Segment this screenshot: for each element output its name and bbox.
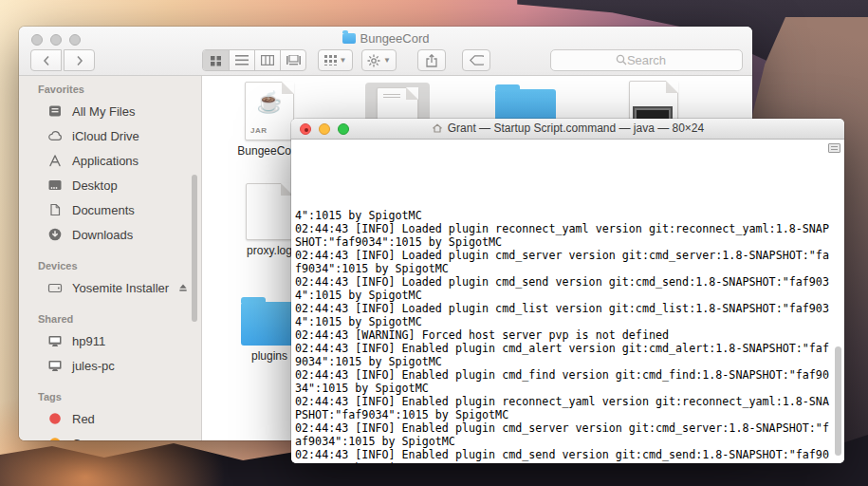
icloud-icon	[47, 128, 64, 143]
sidebar-item-label: Orange	[72, 437, 113, 441]
sidebar-scrollbar[interactable]	[192, 175, 197, 322]
terminal-line: 4":1015 by SpigotMC	[295, 289, 844, 302]
tags-button[interactable]	[462, 49, 490, 71]
sidebar-item-label: Applications	[72, 154, 139, 168]
sidebar-item[interactable]: Documents	[19, 197, 201, 222]
split-pane-icon[interactable]	[828, 143, 840, 153]
list-view-icon	[235, 55, 249, 65]
file-label: proxy.log	[247, 244, 292, 257]
share-button[interactable]	[417, 49, 446, 71]
eject-icon[interactable]	[176, 282, 190, 294]
sidebar-item-label: Documents	[72, 203, 135, 217]
terminal-line: 9034":1015 by SpigotMC	[295, 355, 844, 368]
sidebar-item[interactable]: Yosemite Installer	[19, 275, 201, 300]
terminal-line: SHOT:"faf9034":1015 by SpigotMC	[295, 235, 844, 249]
terminal-line: 4":1015 by SpigotMC	[295, 209, 844, 222]
coffee-cup-icon: ☕	[246, 90, 293, 115]
sidebar-item[interactable]: jules-pc	[19, 353, 201, 378]
sidebar-item-label: Yosemite Installer	[72, 281, 169, 295]
terminal-output[interactable]: 4":1015 by SpigotMC02:44:43 [INFO] Loade…	[291, 140, 844, 463]
sidebar-item-label: hp911	[72, 334, 105, 348]
terminal-line: 02:44:43 [INFO] Loaded plugin cmd_server…	[295, 249, 844, 262]
sidebar-item-label: Downloads	[72, 228, 133, 242]
sidebar-section-favorites: Favorites	[38, 84, 201, 95]
sidebar-section-shared: Shared	[38, 313, 201, 325]
chevron-down-icon: ▼	[383, 56, 391, 65]
sidebar-item[interactable]: iCloud Drive	[19, 123, 201, 148]
sidebar-item[interactable]: Applications	[19, 148, 201, 173]
display-icon	[47, 358, 64, 373]
view-icons-button[interactable]	[203, 50, 229, 70]
terminal-line: f9034":1015 by SpigotMC	[295, 262, 844, 275]
display-icon	[47, 333, 64, 348]
tag-icon	[47, 436, 64, 440]
documents-icon	[47, 202, 64, 217]
tag-icon	[469, 55, 484, 65]
sidebar-item[interactable]: Red	[19, 406, 201, 431]
window-title: BungeeCord	[360, 31, 430, 46]
terminal-line: 02:44:43 [INFO] Enabled plugin cmd_alert…	[295, 342, 844, 355]
finder-toolbar: ▼ ▼	[30, 49, 743, 71]
view-coverflow-button[interactable]	[280, 50, 305, 70]
search-input[interactable]	[550, 49, 743, 71]
finder-titlebar[interactable]: BungeeCord	[19, 27, 752, 76]
arrange-button[interactable]: ▼	[318, 49, 353, 71]
sidebar-item[interactable]: All My Files	[19, 99, 201, 123]
sidebar-item[interactable]: Desktop	[19, 173, 201, 197]
finder-title: BungeeCord	[19, 31, 752, 47]
action-button[interactable]: ▼	[361, 49, 397, 71]
tag-icon	[47, 411, 64, 426]
terminal-line: 4":1015 by SpigotMC	[295, 315, 844, 328]
terminal-scrollbar-thumb[interactable]	[835, 346, 841, 456]
search-icon	[616, 54, 627, 65]
terminal-line: af9034":1015 by SpigotMC	[295, 435, 844, 448]
terminal-line: 02:44:43 [WARNING] Forced host server pv…	[295, 328, 844, 342]
sidebar-item-label: iCloud Drive	[72, 129, 139, 143]
view-list-button[interactable]	[229, 50, 254, 70]
back-button[interactable]	[30, 49, 62, 71]
share-icon	[426, 54, 437, 67]
sidebar-item-label: Desktop	[72, 178, 118, 193]
sidebar-item[interactable]: hp911	[19, 328, 201, 353]
terminal-line: 34":1015 by SpigotMC	[295, 461, 844, 463]
chevron-right-icon	[76, 55, 83, 66]
home-icon	[432, 122, 443, 134]
desktop: BungeeCord	[0, 0, 868, 486]
sidebar-section-tags: Tags	[38, 391, 201, 402]
terminal-line: 02:44:43 [INFO] Enabled plugin cmd_serve…	[295, 421, 844, 435]
columns-view-icon	[261, 55, 274, 65]
chevron-left-icon	[43, 55, 50, 66]
sidebar-item[interactable]: Downloads	[19, 222, 201, 247]
document-icon	[246, 183, 293, 240]
terminal-titlebar[interactable]: Grant — Startup Script.command — java — …	[291, 119, 844, 140]
applications-icon	[47, 153, 64, 168]
terminal-line: 02:44:43 [INFO] Enabled plugin reconnect…	[295, 395, 844, 408]
desktop-icon	[47, 178, 64, 193]
grid-view-icon	[210, 55, 222, 66]
sidebar-item-label: jules-pc	[72, 359, 115, 373]
view-columns-button[interactable]	[254, 50, 280, 70]
all-my-files-icon	[47, 103, 64, 119]
folder-icon	[342, 33, 356, 44]
forward-button[interactable]	[64, 49, 95, 71]
jar-file-icon: ☕ JAR	[245, 82, 294, 140]
file-label: plugins	[251, 349, 287, 363]
gear-icon	[367, 54, 380, 67]
terminal-line: 02:44:43 [INFO] Enabled plugin cmd_send …	[295, 448, 844, 461]
sidebar-item-label: All My Files	[72, 104, 135, 119]
terminal-line: 02:44:43 [INFO] Loaded plugin cmd_send v…	[295, 275, 844, 289]
sidebar-section-devices: Devices	[38, 260, 201, 271]
chevron-down-icon: ▼	[340, 56, 347, 65]
terminal-title: Grant — Startup Script.command — java — …	[291, 122, 844, 135]
terminal-line: 02:44:43 [INFO] Loaded plugin cmd_list v…	[295, 302, 844, 315]
terminal-line: 02:44:43 [INFO] Enabled plugin cmd_find …	[295, 368, 844, 382]
jar-badge: JAR	[250, 126, 268, 135]
coverflow-view-icon	[286, 55, 301, 65]
folder-icon	[241, 302, 298, 346]
finder-sidebar: Favorites All My Files iCloud Drive	[19, 76, 202, 440]
terminal-line: 02:44:43 [INFO] Loaded plugin reconnect_…	[295, 222, 844, 235]
terminal-line: 34":1015 by SpigotMC	[295, 382, 844, 395]
arrange-icon	[324, 55, 337, 65]
drive-icon	[47, 280, 64, 295]
sidebar-item[interactable]: Orange	[19, 431, 201, 440]
